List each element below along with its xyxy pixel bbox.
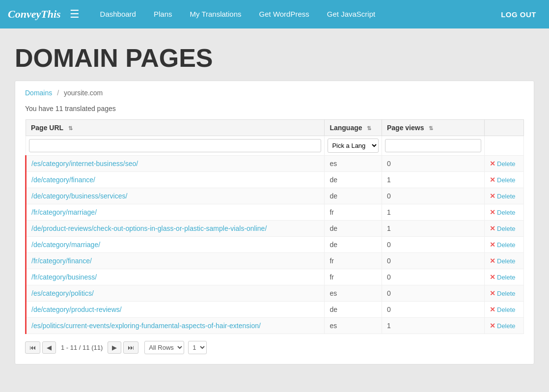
filter-lang-select[interactable]: Pick a Lang bbox=[328, 139, 379, 153]
delete-x-icon: ✕ bbox=[490, 176, 495, 184]
pagination-rows-select[interactable]: All Rows bbox=[144, 341, 184, 354]
table-header-row: Page URL ⇅ Language ⇅ Page views ⇅ bbox=[26, 120, 524, 136]
delete-button[interactable]: ✕ Delete bbox=[490, 273, 516, 281]
lang-cell: de bbox=[325, 302, 382, 318]
sort-views-icon[interactable]: ⇅ bbox=[429, 125, 433, 132]
lang-cell: es bbox=[325, 318, 382, 334]
table-row: /fr/category/finance/fr0✕ Delete bbox=[26, 253, 524, 269]
url-link[interactable]: /es/category/internet-business/seo/ bbox=[31, 160, 138, 168]
breadcrumb-domains-link[interactable]: Domains bbox=[25, 89, 52, 97]
delete-button[interactable]: ✕ Delete bbox=[490, 192, 516, 200]
delete-button[interactable]: ✕ Delete bbox=[490, 257, 516, 265]
delete-cell: ✕ Delete bbox=[485, 318, 524, 334]
table-row: /de/category/marriage/de0✕ Delete bbox=[26, 237, 524, 253]
delete-x-icon: ✕ bbox=[490, 241, 495, 249]
delete-x-icon: ✕ bbox=[490, 208, 495, 216]
url-cell: /es/category/internet-business/seo/ bbox=[26, 156, 325, 172]
hamburger-icon[interactable]: ☰ bbox=[70, 8, 80, 21]
url-link[interactable]: /es/politics/current-events/exploring-fu… bbox=[31, 322, 261, 330]
filter-url-cell bbox=[26, 136, 325, 156]
col-header-language[interactable]: Language ⇅ bbox=[325, 120, 382, 136]
delete-label: Delete bbox=[497, 209, 516, 216]
nav-get-wordpress[interactable]: Get WordPress bbox=[250, 0, 318, 28]
sort-url-icon[interactable]: ⇅ bbox=[68, 125, 73, 132]
table-row: /es/category/politics/es0✕ Delete bbox=[26, 285, 524, 302]
url-link[interactable]: /de/category/finance/ bbox=[31, 176, 95, 184]
pages-table: Page URL ⇅ Language ⇅ Page views ⇅ bbox=[25, 119, 524, 334]
delete-button[interactable]: ✕ Delete bbox=[490, 306, 516, 313]
delete-cell: ✕ Delete bbox=[485, 221, 524, 237]
col-header-actions bbox=[485, 120, 524, 136]
delete-label: Delete bbox=[497, 193, 516, 200]
breadcrumb-current: yoursite.com bbox=[64, 89, 103, 97]
col-header-pageviews[interactable]: Page views ⇅ bbox=[382, 120, 484, 136]
views-cell: 1 bbox=[382, 172, 484, 188]
url-link[interactable]: /es/category/politics/ bbox=[31, 289, 94, 297]
pagination-page-select[interactable]: 1 bbox=[188, 341, 207, 354]
delete-x-icon: ✕ bbox=[490, 289, 495, 297]
translated-count: You have 11 translated pages bbox=[25, 105, 524, 112]
views-cell: 1 bbox=[382, 318, 484, 334]
sort-lang-icon[interactable]: ⇅ bbox=[367, 125, 371, 132]
delete-x-icon: ✕ bbox=[490, 224, 495, 232]
nav-dashboard[interactable]: Dashboard bbox=[91, 0, 145, 28]
lang-cell: de bbox=[325, 188, 382, 204]
delete-label: Delete bbox=[497, 322, 516, 330]
lang-cell: de bbox=[325, 237, 382, 253]
url-link[interactable]: /de/category/product-reviews/ bbox=[31, 306, 122, 313]
pagination-last-button[interactable]: ⏭ bbox=[123, 341, 138, 354]
lang-cell: es bbox=[325, 156, 382, 172]
filter-views-input[interactable] bbox=[385, 139, 481, 152]
table-row: /es/politics/current-events/exploring-fu… bbox=[26, 318, 524, 334]
nav-get-javascript[interactable]: Get JavaScript bbox=[318, 0, 384, 28]
nav-plans[interactable]: Plans bbox=[145, 0, 181, 28]
logout-button[interactable]: LOG OUT bbox=[496, 10, 541, 19]
views-cell: 0 bbox=[382, 302, 484, 318]
delete-label: Delete bbox=[497, 257, 516, 265]
delete-label: Delete bbox=[497, 274, 516, 281]
pagination-prev-button[interactable]: ◀ bbox=[42, 341, 56, 354]
delete-button[interactable]: ✕ Delete bbox=[490, 160, 516, 168]
url-link[interactable]: /de/category/marriage/ bbox=[31, 241, 100, 249]
views-cell: 0 bbox=[382, 237, 484, 253]
table-row: /fr/category/business/fr0✕ Delete bbox=[26, 269, 524, 285]
delete-cell: ✕ Delete bbox=[485, 253, 524, 269]
views-cell: 1 bbox=[382, 204, 484, 221]
url-cell: /de/category/product-reviews/ bbox=[26, 302, 325, 318]
delete-button[interactable]: ✕ Delete bbox=[490, 208, 516, 216]
logo: ConveyThis bbox=[8, 8, 61, 21]
table-row: /de/category/business/services/de0✕ Dele… bbox=[26, 188, 524, 204]
url-link[interactable]: /de/category/business/services/ bbox=[31, 192, 127, 200]
delete-cell: ✕ Delete bbox=[485, 269, 524, 285]
delete-button[interactable]: ✕ Delete bbox=[490, 176, 516, 184]
content-card: Domains / yoursite.com You have 11 trans… bbox=[15, 81, 534, 364]
lang-cell: fr bbox=[325, 269, 382, 285]
url-link[interactable]: /fr/category/business/ bbox=[31, 273, 97, 281]
delete-button[interactable]: ✕ Delete bbox=[490, 241, 516, 249]
url-link[interactable]: /fr/category/finance/ bbox=[31, 257, 92, 265]
delete-cell: ✕ Delete bbox=[485, 172, 524, 188]
url-cell: /es/category/politics/ bbox=[26, 285, 325, 302]
delete-button[interactable]: ✕ Delete bbox=[490, 322, 516, 330]
url-cell: /de/category/business/services/ bbox=[26, 188, 325, 204]
delete-button[interactable]: ✕ Delete bbox=[490, 224, 516, 232]
delete-cell: ✕ Delete bbox=[485, 156, 524, 172]
url-cell: /fr/category/marriage/ bbox=[26, 204, 325, 221]
url-cell: /fr/category/business/ bbox=[26, 269, 325, 285]
pagination-next-button[interactable]: ▶ bbox=[108, 341, 121, 354]
url-link[interactable]: /de/product-reviews/check-out-options-in… bbox=[31, 224, 267, 232]
views-cell: 0 bbox=[382, 156, 484, 172]
delete-label: Delete bbox=[497, 176, 516, 184]
pagination-info: 1 - 11 / 11 (11) bbox=[61, 344, 103, 351]
delete-button[interactable]: ✕ Delete bbox=[490, 289, 516, 297]
col-header-url[interactable]: Page URL ⇅ bbox=[26, 120, 325, 136]
delete-x-icon: ✕ bbox=[490, 306, 495, 313]
pagination-first-button[interactable]: ⏮ bbox=[25, 341, 40, 354]
views-cell: 0 bbox=[382, 285, 484, 302]
filter-url-input[interactable] bbox=[29, 139, 321, 152]
delete-x-icon: ✕ bbox=[490, 273, 495, 281]
nav-my-translations[interactable]: My Translations bbox=[181, 0, 250, 28]
filter-lang-cell: Pick a Lang bbox=[325, 136, 382, 156]
url-link[interactable]: /fr/category/marriage/ bbox=[31, 208, 97, 216]
lang-cell: de bbox=[325, 172, 382, 188]
